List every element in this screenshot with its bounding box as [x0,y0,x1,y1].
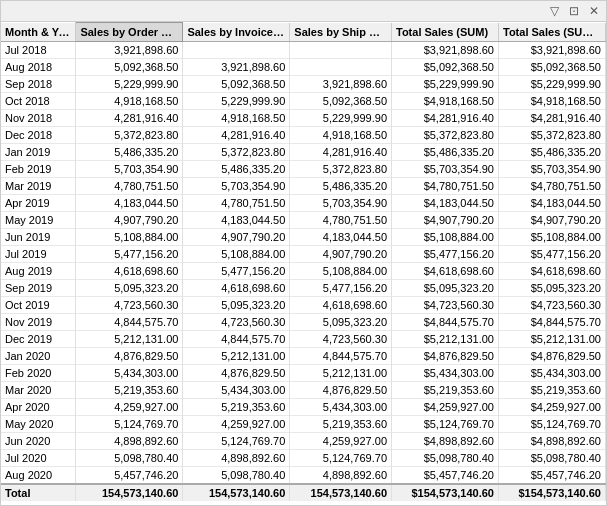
table-row: Jan 2019 5,486,335.20 5,372,823.80 4,281… [1,144,606,161]
cell-total-sum: $5,486,335.20 [392,144,499,161]
cell-invoice: 5,219,353.60 [183,399,290,416]
col-header-label: Sales by Invoice Date [187,26,289,38]
header-row: Month & Year ▼ Sales by Order Date ▼ Sal… [1,23,606,42]
cell-ship: 5,229,999.90 [290,110,392,127]
cell-total-sum: $4,844,575.70 [392,314,499,331]
cell-order: 4,618,698.60 [76,263,183,280]
cell-order: 4,918,168.50 [76,93,183,110]
cell-total-sumx: $4,907,790.20 [498,212,605,229]
cell-invoice: 5,486,335.20 [183,161,290,178]
cell-month: Mar 2019 [1,178,76,195]
cell-month: Jul 2019 [1,246,76,263]
cell-ship: 5,703,354.90 [290,195,392,212]
col-month-year[interactable]: Month & Year ▼ [1,23,76,42]
cell-month: Nov 2019 [1,314,76,331]
cell-total-sumx: $5,477,156.20 [498,246,605,263]
cell-invoice: 5,434,303.00 [183,382,290,399]
cell-total-sumx: $5,124,769.70 [498,416,605,433]
cell-total-sum: $3,921,898.60 [392,42,499,59]
cell-total-sumx: $5,434,303.00 [498,365,605,382]
cell-total-sum: $4,259,927.00 [392,399,499,416]
cell-invoice: 4,876,829.50 [183,365,290,382]
table-row: May 2020 5,124,769.70 4,259,927.00 5,219… [1,416,606,433]
table-row: Feb 2020 5,434,303.00 4,876,829.50 5,212… [1,365,606,382]
cell-total-sumx: $5,098,780.40 [498,450,605,467]
cell-month: Aug 2020 [1,467,76,485]
table-wrapper: Month & Year ▼ Sales by Order Date ▼ Sal… [1,22,606,505]
col-sales-order[interactable]: Sales by Order Date ▼ [76,23,183,42]
cell-month: Apr 2019 [1,195,76,212]
cell-invoice: 5,108,884.00 [183,246,290,263]
cell-order: 5,212,131.00 [76,331,183,348]
main-container: ▽ ⊡ ✕ Month & Year ▼ Sales by Order Date… [0,0,607,506]
cell-invoice: 4,918,168.50 [183,110,290,127]
cell-order: 5,229,999.90 [76,76,183,93]
toolbar: ▽ ⊡ ✕ [1,1,606,22]
cell-total-sum: $5,124,769.70 [392,416,499,433]
filter-icon[interactable]: ▽ [546,3,562,19]
cell-invoice: 5,372,823.80 [183,144,290,161]
cell-invoice: 5,092,368.50 [183,76,290,93]
cell-invoice: 5,703,354.90 [183,178,290,195]
table-row: Sep 2018 5,229,999.90 5,092,368.50 3,921… [1,76,606,93]
cell-ship: 5,219,353.60 [290,416,392,433]
col-header-label: Month & Year [5,26,75,38]
cell-total-sumx: $3,921,898.60 [498,42,605,59]
cell-invoice: 5,477,156.20 [183,263,290,280]
table-row: Mar 2019 4,780,751.50 5,703,354.90 5,486… [1,178,606,195]
cell-total-sumx: $5,229,999.90 [498,76,605,93]
col-sales-invoice[interactable]: Sales by Invoice Date [183,23,290,42]
table-row: Feb 2019 5,703,354.90 5,486,335.20 5,372… [1,161,606,178]
expand-icon[interactable]: ⊡ [566,3,582,19]
cell-ship: 5,124,769.70 [290,450,392,467]
cell-order: 4,723,560.30 [76,297,183,314]
col-total-sumx[interactable]: Total Sales (SUMX) [498,23,605,42]
table-row: Dec 2018 5,372,823.80 4,281,916.40 4,918… [1,127,606,144]
cell-ship: 5,092,368.50 [290,93,392,110]
cell-ship [290,59,392,76]
table-row: Jun 2020 4,898,892.60 5,124,769.70 4,259… [1,433,606,450]
col-total-sum[interactable]: Total Sales (SUM) [392,23,499,42]
cell-total-sumx: $5,703,354.90 [498,161,605,178]
cell-invoice: 4,898,892.60 [183,450,290,467]
cell-order: 4,183,044.50 [76,195,183,212]
data-table: Month & Year ▼ Sales by Order Date ▼ Sal… [1,22,606,501]
cell-total-sumx: $4,918,168.50 [498,93,605,110]
cell-order: 5,108,884.00 [76,229,183,246]
cell-total-sum: $4,281,916.40 [392,110,499,127]
cell-order: 5,372,823.80 [76,127,183,144]
cell-total-sum: $4,907,790.20 [392,212,499,229]
cell-total-sumx: $4,618,698.60 [498,263,605,280]
table-row: Jul 2018 3,921,898.60 $3,921,898.60 $3,9… [1,42,606,59]
close-icon[interactable]: ✕ [586,3,602,19]
cell-month: Sep 2018 [1,76,76,93]
cell-month: May 2020 [1,416,76,433]
cell-month: Jun 2019 [1,229,76,246]
cell-invoice [183,42,290,59]
cell-month: Oct 2018 [1,93,76,110]
cell-ship: 4,918,168.50 [290,127,392,144]
cell-order: 4,907,790.20 [76,212,183,229]
table-row: Dec 2019 5,212,131.00 4,844,575.70 4,723… [1,331,606,348]
cell-ship: 4,723,560.30 [290,331,392,348]
cell-total-sumx: $5,212,131.00 [498,331,605,348]
cell-total-sum: $5,703,354.90 [392,161,499,178]
cell-ship [290,42,392,59]
cell-order: 4,281,916.40 [76,110,183,127]
cell-total-sumx: $4,259,927.00 [498,399,605,416]
total-sumx: $154,573,140.60 [498,484,605,501]
cell-total-sumx: $4,898,892.60 [498,433,605,450]
cell-total-sum: $5,477,156.20 [392,246,499,263]
cell-total-sum: $5,212,131.00 [392,331,499,348]
total-ship: 154,573,140.60 [290,484,392,501]
table-row: Nov 2018 4,281,916.40 4,918,168.50 5,229… [1,110,606,127]
col-sales-ship[interactable]: Sales by Ship Date [290,23,392,42]
table-row: Sep 2019 5,095,323.20 4,618,698.60 5,477… [1,280,606,297]
cell-order: 5,486,335.20 [76,144,183,161]
cell-total-sum: $4,780,751.50 [392,178,499,195]
cell-total-sum: $4,876,829.50 [392,348,499,365]
cell-total-sumx: $5,457,746.20 [498,467,605,485]
cell-ship: 5,434,303.00 [290,399,392,416]
cell-invoice: 4,259,927.00 [183,416,290,433]
cell-total-sumx: $5,092,368.50 [498,59,605,76]
